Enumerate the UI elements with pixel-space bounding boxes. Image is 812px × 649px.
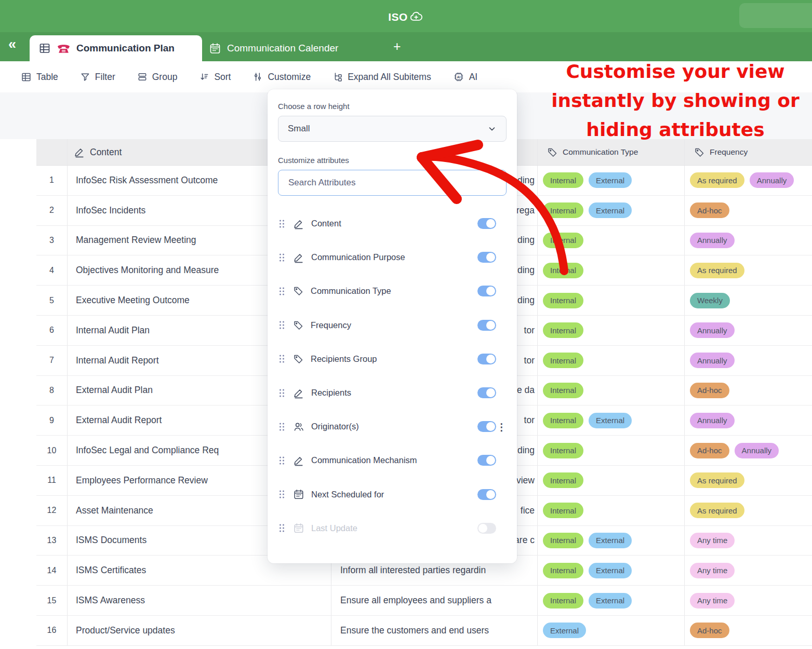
frequency-cell[interactable]: Ad-hoc [685,196,812,225]
toolbar-label: Expand All Subitems [348,72,431,83]
tag-internal: Internal [543,503,583,518]
attribute-item-last-update: Last Update [268,511,517,545]
communication-type-cell[interactable]: InternalExternal [538,196,685,225]
communication-type-cell[interactable]: InternalExternal [538,526,685,556]
communication-type-cell[interactable]: InternalExternal [538,556,685,585]
frequency-cell[interactable]: As requiredAnnually [685,166,812,195]
app-logo: ISO [0,0,812,32]
frequency-cell[interactable]: Any time [685,586,812,615]
drag-handle-icon[interactable] [278,523,285,533]
toggle-next-scheduled-for[interactable] [477,489,496,500]
drag-handle-icon[interactable] [278,422,285,432]
communication-type-cell[interactable]: Internal [538,496,685,525]
table-row[interactable]: 15ISMS AwarenessEnsure all employees and… [36,586,812,616]
row-height-value: Small [288,124,310,134]
frequency-cell[interactable]: Any time [685,556,812,585]
drag-handle-icon[interactable] [278,320,285,330]
phone-icon [57,43,71,55]
tag-internal: Internal [543,322,583,338]
toolbar-label: Table [36,72,58,83]
table-row[interactable]: 16Product/Service updatesEnsure the cust… [36,616,812,646]
tag-internal: Internal [543,172,583,188]
toolbar-filter-button[interactable]: Filter [80,72,115,83]
drag-handle-icon[interactable] [278,219,285,229]
communication-type-cell[interactable]: Internal [538,316,685,345]
frequency-cell[interactable]: Annually [685,346,812,375]
communication-type-cell[interactable]: Internal [538,255,685,285]
frequency-cell[interactable]: Any time [685,526,812,556]
frequency-cell[interactable]: Weekly [685,286,812,315]
column-header-communication-type[interactable]: Communication Type [538,139,685,165]
toggle-communication-purpose[interactable] [477,252,496,263]
drag-handle-icon[interactable] [278,354,285,364]
toggle-recipients-group[interactable] [477,354,496,364]
tag-annually: Annually [690,322,735,338]
toolbar-label: Group [152,72,178,83]
toggle-content[interactable] [477,218,496,229]
frequency-cell[interactable]: As required [685,466,812,495]
toggle-frequency[interactable] [477,320,496,331]
toolbar-customize-button[interactable]: Customize [252,72,311,83]
customize-attributes-label: Customize attributes [278,156,507,165]
frequency-cell[interactable]: Ad-hocAnnually [685,436,812,465]
tag-internal: Internal [543,563,583,578]
frequency-cell[interactable]: Ad-hoc [685,376,812,405]
content-cell[interactable]: Product/Service updates [68,616,331,645]
communication-type-cell[interactable]: Internal [538,436,685,465]
tag-icon [293,354,304,364]
tag-internal: Internal [543,233,583,248]
toolbar-ai-button[interactable]: AIAI [453,71,478,83]
communication-type-cell[interactable]: Internal [538,376,685,405]
toggle-recipients[interactable] [477,387,496,398]
communication-type-cell[interactable]: InternalExternal [538,166,685,195]
search-attributes-input[interactable] [278,170,507,196]
communication-type-cell[interactable]: Internal [538,346,685,375]
drag-handle-icon[interactable] [278,455,285,466]
frequency-cell[interactable]: As required [685,496,812,525]
frequency-cell[interactable]: Ad-hoc [685,616,812,645]
drag-handle-icon[interactable] [278,388,285,398]
toolbar-sort-button[interactable]: Sort [199,72,231,83]
drag-handle-icon[interactable] [278,489,285,499]
toolbar-table-button[interactable]: Table [21,72,58,83]
collapse-sidebar-icon[interactable]: « [8,36,16,52]
add-view-button[interactable]: + [393,39,401,54]
communication-type-cell[interactable]: Internal [538,466,685,495]
row-height-select[interactable]: Small [278,116,507,142]
tag-external: External [589,563,632,578]
frequency-cell[interactable]: Annually [685,316,812,345]
tag-ad-hoc: Ad-hoc [690,383,729,398]
drag-handle-icon[interactable] [278,286,285,296]
purpose-cell[interactable]: Ensure all employees and suppliers a [331,586,538,615]
cloud-plus-icon [408,9,424,23]
purpose-cell[interactable]: Ensure the customers and end users [331,616,538,645]
communication-type-cell[interactable]: Internal [538,286,685,315]
toggle-originator-s[interactable] [477,421,496,432]
drag-handle-icon[interactable] [278,252,285,263]
attribute-label: Content [311,219,341,228]
pencil-icon [293,387,304,399]
toolbar-expand-all-subitems-button[interactable]: Expand All Subitems [332,72,431,83]
content-cell[interactable]: ISMS Awareness [68,586,331,615]
tab-communication-plan[interactable]: Communication Plan [30,35,202,61]
toggle-last-update[interactable] [477,523,496,534]
frequency-cell[interactable]: Annually [685,405,812,435]
frequency-cell[interactable]: As required [685,255,812,285]
grid-icon [21,72,32,83]
kebab-menu-icon[interactable]: ⋮ [497,421,507,432]
attribute-item-communication-type: Communication Type [268,274,517,308]
toolbar-group-button[interactable]: Group [137,72,178,83]
communication-type-cell[interactable]: InternalExternal [538,405,685,435]
communication-type-cell[interactable]: External [538,616,685,645]
communication-type-cell[interactable]: Internal [538,226,685,255]
communication-type-cell[interactable]: InternalExternal [538,586,685,615]
tab-communication-calender[interactable]: Communication Calender [209,35,338,61]
toggle-communication-type[interactable] [477,286,496,296]
frequency-cell[interactable]: Annually [685,226,812,255]
tag-external: External [589,413,632,428]
attribute-label: Last Update [311,523,357,533]
row-number: 2 [36,196,68,225]
column-header-frequency[interactable]: Frequency [685,139,812,165]
toggle-communication-mechanism[interactable] [477,455,496,466]
attribute-item-next-scheduled-for: Next Scheduled for [268,478,517,511]
